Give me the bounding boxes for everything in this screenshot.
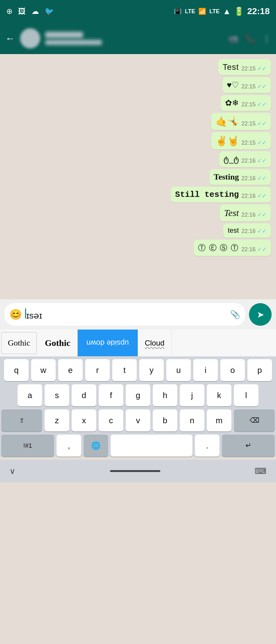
- attach-button[interactable]: 📎: [230, 310, 240, 319]
- key-s[interactable]: s: [45, 384, 69, 406]
- voice-call-icon[interactable]: 📞: [245, 33, 256, 44]
- period-key[interactable]: .: [195, 435, 219, 457]
- lte-label: LTE: [185, 8, 195, 15]
- battery-icon: 🔋: [234, 7, 244, 16]
- key-e[interactable]: e: [58, 359, 83, 381]
- font-suggestion-upsidedown[interactable]: upside down: [78, 330, 138, 357]
- message-input-box[interactable]: 😊 ɪsəɪ 📎: [4, 303, 245, 326]
- shift-key[interactable]: ⇧: [1, 409, 42, 431]
- key-z[interactable]: z: [45, 409, 69, 431]
- chevron-down-icon[interactable]: ∨: [9, 466, 15, 476]
- key-y[interactable]: y: [139, 359, 164, 381]
- key-b[interactable]: b: [153, 409, 177, 431]
- font-suggestion-gothic2[interactable]: Gothic: [38, 330, 78, 357]
- message-text: Testing: [214, 172, 239, 182]
- message-text: Test: [223, 62, 239, 72]
- key-o[interactable]: o: [220, 359, 245, 381]
- chat-area: Test 22:15 ✓✓ ♥♡ 22:15 ✓✓ ✿❄ 22:15 ✓✓ 🤙🤸…: [0, 54, 276, 299]
- font-suggestions-bar: Gothic Gothic upside down Cloud: [0, 330, 276, 357]
- lte2-label: LTE: [209, 8, 220, 15]
- chat-header: ← 📹 📞 ⋮: [0, 23, 276, 54]
- message-meta: 22:15 ✓✓: [241, 101, 267, 108]
- message-meta: 22:16 ✓✓: [241, 246, 267, 253]
- back-button[interactable]: ←: [5, 33, 15, 44]
- key-l[interactable]: l: [234, 384, 258, 406]
- whatsapp-icon: ⊕: [6, 7, 13, 16]
- key-m[interactable]: m: [207, 409, 231, 431]
- key-t[interactable]: t: [112, 359, 137, 381]
- message-text: ტ_ტ: [224, 154, 239, 164]
- contact-info[interactable]: [45, 32, 223, 45]
- key-c[interactable]: c: [99, 409, 123, 431]
- message-bubble: ✌🤘 22:15 ✓✓: [211, 132, 271, 149]
- message-meta: 22:16 ✓✓: [241, 211, 267, 218]
- message-bubble: 🤙🤸 22:15 ✓✓: [211, 113, 271, 130]
- key-q[interactable]: q: [4, 359, 29, 381]
- key-j[interactable]: j: [180, 384, 204, 406]
- message-text: 🤙🤸: [216, 116, 239, 127]
- status-bar: ⊕ 🖼 ☁ 🐦 📳 LTE 📶 LTE ▲ 🔋 22:18: [0, 0, 276, 23]
- key-f[interactable]: f: [99, 384, 123, 406]
- key-u[interactable]: u: [166, 359, 191, 381]
- image-icon: 🖼: [18, 7, 26, 16]
- message-bubble: ♥♡ 22:15 ✓✓: [223, 77, 271, 93]
- font-suggestion-cloud[interactable]: Cloud: [138, 330, 172, 357]
- header-actions: 📹 📞 ⋮: [228, 33, 271, 44]
- numbers-key[interactable]: !#1: [1, 435, 54, 457]
- font-suggestion-gothic1[interactable]: Gothic: [1, 332, 37, 354]
- message-text: test: [228, 226, 239, 235]
- send-button[interactable]: ➤: [249, 303, 272, 326]
- message-meta: 22:16 ✓✓: [241, 228, 267, 235]
- enter-key[interactable]: ↵: [222, 435, 275, 457]
- upside-down-label: upside down: [86, 339, 129, 347]
- message-bubble: test 22:16 ✓✓: [223, 223, 271, 238]
- key-n[interactable]: n: [180, 409, 204, 431]
- key-h[interactable]: h: [153, 384, 177, 406]
- message-text: ✌🤘: [216, 135, 239, 146]
- message-meta: 22:15 ✓✓: [241, 139, 267, 146]
- keyboard-icon[interactable]: ⌨: [255, 466, 267, 476]
- message-meta: 22:15 ✓✓: [241, 120, 267, 127]
- space-key[interactable]: [111, 435, 192, 457]
- key-x[interactable]: x: [72, 409, 96, 431]
- key-r[interactable]: r: [85, 359, 110, 381]
- video-call-icon[interactable]: 📹: [228, 33, 239, 44]
- status-bar-left: ⊕ 🖼 ☁ 🐦: [6, 7, 54, 16]
- keyboard-row-3: ⇧ z x c v b n m ⌫: [1, 409, 275, 431]
- message-bubble: Test 22:15 ✓✓: [218, 59, 271, 75]
- key-i[interactable]: i: [193, 359, 218, 381]
- message-meta: 22:16 ✓✓: [241, 192, 267, 199]
- delete-key[interactable]: ⌫: [234, 409, 275, 431]
- message-input[interactable]: ɪsəɪ: [22, 308, 230, 321]
- key-p[interactable]: p: [247, 359, 272, 381]
- keyboard-row-1: q w e r t y u i o p: [1, 359, 275, 381]
- key-k[interactable]: k: [207, 384, 231, 406]
- key-d[interactable]: d: [72, 384, 96, 406]
- bottom-bar: ∨ ⌨: [0, 460, 276, 482]
- contact-avatar[interactable]: [20, 28, 40, 48]
- more-options-icon[interactable]: ⋮: [262, 33, 271, 44]
- send-icon: ➤: [257, 309, 264, 320]
- home-indicator: [110, 470, 160, 472]
- cloud-label: Cloud: [145, 339, 164, 347]
- input-text: ɪsəɪ: [26, 311, 42, 320]
- key-a[interactable]: a: [18, 384, 42, 406]
- key-g[interactable]: g: [126, 384, 150, 406]
- vibrate-icon: 📳: [174, 8, 182, 15]
- message-bubble: Test 22:16 ✓✓: [220, 204, 271, 221]
- keyboard-row-2: a s d f g h j k l: [1, 384, 275, 406]
- message-text: Test: [224, 208, 239, 218]
- status-bar-right: 📳 LTE 📶 LTE ▲ 🔋 22:18: [174, 6, 270, 16]
- key-w[interactable]: w: [31, 359, 56, 381]
- message-meta: 22:16 ✓✓: [241, 175, 267, 182]
- globe-key[interactable]: 🌐: [84, 435, 108, 457]
- message-bubble: Still testing 22:16 ✓✓: [171, 187, 271, 203]
- message-bubble: ტ_ტ 22:16 ✓✓: [219, 151, 271, 167]
- comma-key[interactable]: ,: [57, 435, 81, 457]
- wifi-icon: 📶: [198, 8, 206, 15]
- input-area: 😊 ɪsəɪ 📎 ➤: [0, 299, 276, 330]
- contact-name: [45, 32, 83, 38]
- key-v[interactable]: v: [126, 409, 150, 431]
- emoji-button[interactable]: 😊: [9, 308, 22, 320]
- message-text: Still testing: [175, 190, 239, 199]
